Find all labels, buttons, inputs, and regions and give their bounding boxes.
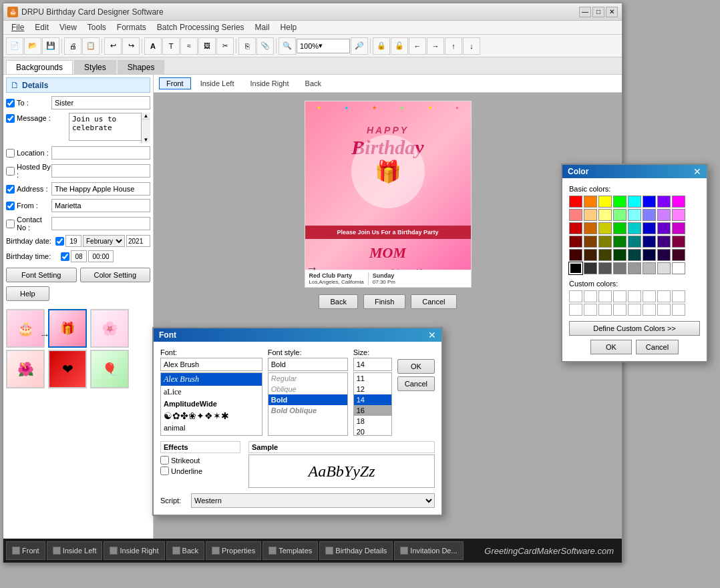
menu-help[interactable]: Help — [275, 21, 303, 33]
basic-color-swatch-31[interactable] — [672, 236, 685, 248]
menu-tools[interactable]: Tools — [82, 21, 112, 33]
contact-checkbox[interactable] — [6, 220, 15, 228]
basic-color-swatch-46[interactable] — [657, 262, 671, 274]
basic-color-swatch-8[interactable] — [569, 209, 582, 221]
address-input[interactable] — [51, 182, 150, 196]
define-custom-colors-button[interactable]: Define Custom Colors >> — [569, 321, 700, 336]
basic-color-swatch-23[interactable] — [672, 222, 685, 234]
basic-color-swatch-22[interactable] — [657, 222, 671, 234]
basic-color-swatch-21[interactable] — [643, 222, 656, 234]
menu-batch[interactable]: Batch Processing Series — [152, 21, 250, 33]
birthday-time-min-input[interactable] — [88, 250, 114, 262]
thumb-6[interactable]: 🎈 — [90, 350, 129, 388]
undo-button[interactable]: ↩ — [104, 37, 122, 55]
style-regular[interactable]: Regular — [268, 373, 347, 384]
custom-color-swatch-4[interactable] — [628, 290, 641, 302]
custom-color-swatch-9[interactable] — [584, 304, 597, 316]
basic-color-swatch-28[interactable] — [628, 236, 641, 248]
basic-color-swatch-15[interactable] — [672, 209, 685, 221]
basic-color-swatch-9[interactable] — [584, 209, 597, 221]
basic-color-swatch-19[interactable] — [613, 222, 626, 234]
bottom-tab-birthday-details[interactable]: Birthday Details — [319, 541, 393, 560]
tab-styles[interactable]: Styles — [74, 60, 116, 74]
birthday-month-select[interactable]: February — [83, 235, 125, 247]
basic-color-swatch-29[interactable] — [643, 236, 656, 248]
hosted-by-input[interactable] — [51, 164, 150, 178]
basic-color-swatch-27[interactable] — [613, 236, 626, 248]
basic-color-swatch-25[interactable] — [584, 236, 597, 248]
size-11[interactable]: 11 — [354, 373, 391, 384]
font-cancel-button[interactable]: Cancel — [397, 376, 435, 391]
zoom-out-button[interactable]: 🔍 — [279, 37, 296, 55]
zoom-in-button[interactable]: 🔎 — [351, 37, 368, 55]
thumb-2[interactable]: 🎁 — [48, 309, 87, 348]
font-style-input[interactable] — [268, 358, 348, 371]
basic-color-swatch-44[interactable] — [628, 262, 641, 274]
to-input[interactable] — [51, 96, 150, 109]
custom-color-swatch-5[interactable] — [643, 290, 656, 302]
bottom-tab-inside-left[interactable]: Inside Left — [47, 541, 103, 560]
card-tab-inside-right[interactable]: Inside Right — [243, 78, 295, 89]
birthday-year-input[interactable] — [126, 235, 150, 247]
color-setting-button[interactable]: Color Setting — [80, 268, 151, 282]
back-arrow[interactable]: ← — [409, 37, 426, 55]
basic-color-swatch-45[interactable] — [643, 262, 656, 274]
basic-color-swatch-43[interactable] — [613, 262, 626, 274]
bottom-tab-front[interactable]: Front — [6, 541, 45, 560]
size-20[interactable]: 20 — [354, 426, 391, 436]
basic-color-swatch-38[interactable] — [657, 249, 671, 261]
open-button[interactable]: 📂 — [24, 37, 41, 55]
birthday-hour-input[interactable] — [71, 250, 87, 262]
custom-color-swatch-8[interactable] — [569, 304, 582, 316]
up-arrow[interactable]: ↑ — [445, 37, 462, 55]
basic-color-swatch-36[interactable] — [628, 249, 641, 261]
text-button[interactable]: A — [144, 37, 162, 55]
custom-color-swatch-10[interactable] — [598, 304, 612, 316]
basic-color-swatch-34[interactable] — [598, 249, 612, 261]
custom-color-swatch-0[interactable] — [569, 290, 582, 302]
wave-button[interactable]: ≈ — [180, 37, 198, 55]
message-input[interactable]: Join us to celebrate — [69, 113, 150, 141]
basic-color-swatch-6[interactable] — [657, 196, 671, 208]
custom-color-swatch-15[interactable] — [672, 304, 685, 316]
bottom-tab-properties[interactable]: Properties — [206, 541, 261, 560]
basic-color-swatch-41[interactable] — [584, 262, 597, 274]
font-input[interactable] — [160, 358, 262, 371]
custom-color-swatch-12[interactable] — [628, 304, 641, 316]
font-item-animal[interactable]: animal — [161, 422, 262, 433]
back-card-button[interactable]: Back — [319, 294, 357, 309]
menu-file[interactable]: File — [6, 21, 29, 33]
bottom-tab-templates[interactable]: Templates — [262, 541, 318, 560]
basic-color-swatch-1[interactable] — [584, 196, 597, 208]
font-setting-button[interactable]: Font Setting — [6, 268, 77, 282]
menu-formats[interactable]: Formats — [112, 21, 152, 33]
basic-color-swatch-3[interactable] — [613, 196, 626, 208]
color-cancel-button[interactable]: Cancel — [636, 340, 679, 354]
basic-color-swatch-4[interactable] — [628, 196, 641, 208]
font-item-alice[interactable]: aLice — [161, 386, 262, 398]
tab-backgrounds[interactable]: Backgrounds — [6, 60, 73, 74]
crop-button[interactable]: ✂ — [216, 37, 234, 55]
basic-color-swatch-30[interactable] — [657, 236, 671, 248]
menu-edit[interactable]: Edit — [29, 21, 54, 33]
basic-color-swatch-14[interactable] — [657, 209, 671, 221]
basic-color-swatch-24[interactable] — [569, 236, 582, 248]
location-input[interactable] — [51, 146, 150, 160]
contact-input[interactable] — [51, 217, 150, 230]
basic-color-swatch-47[interactable] — [672, 262, 685, 274]
bottom-tab-inside-right[interactable]: Inside Right — [104, 541, 164, 560]
basic-color-swatch-12[interactable] — [628, 209, 641, 221]
size-14[interactable]: 14 — [354, 394, 391, 405]
color-ok-button[interactable]: OK — [590, 340, 632, 354]
custom-color-swatch-11[interactable] — [613, 304, 626, 316]
basic-color-swatch-33[interactable] — [584, 249, 597, 261]
basic-color-swatch-32[interactable] — [569, 249, 582, 261]
birthday-day-checkbox[interactable] — [55, 237, 64, 246]
custom-color-swatch-13[interactable] — [643, 304, 656, 316]
font-dialog-close[interactable]: ✕ — [428, 330, 436, 340]
birthday-day-input[interactable] — [65, 235, 81, 247]
font-item-alex-brush[interactable]: Alex Brush — [161, 373, 262, 386]
custom-color-swatch-7[interactable] — [672, 290, 685, 302]
text2-button[interactable]: T — [162, 37, 180, 55]
menu-view[interactable]: View — [54, 21, 82, 33]
